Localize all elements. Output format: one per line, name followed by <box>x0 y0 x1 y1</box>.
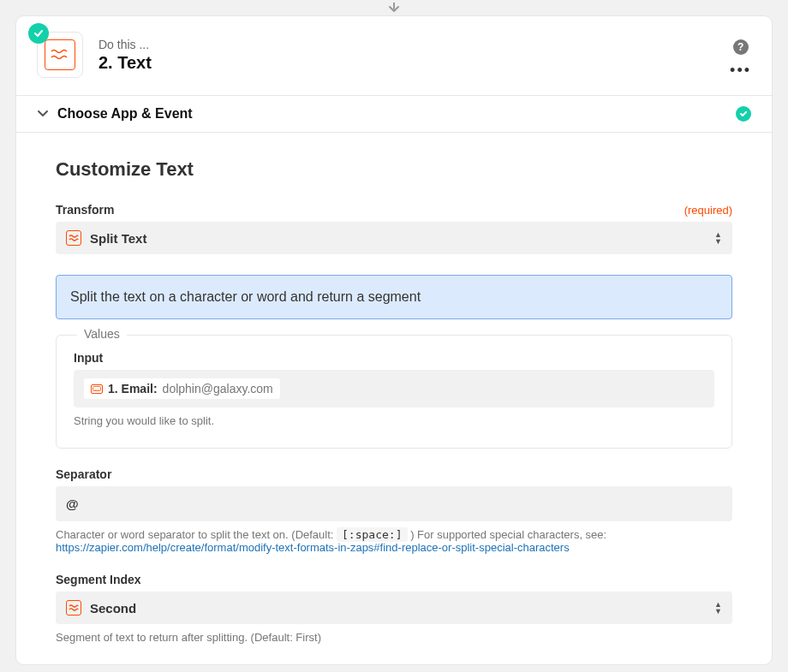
step-status-badge <box>28 23 49 44</box>
segment-index-label: Segment Index <box>56 573 732 586</box>
input-pill-value: dolphin@galaxy.com <box>163 382 273 395</box>
section-choose-app-event[interactable]: Choose App & Event <box>16 95 772 133</box>
separator-help-link[interactable]: https://zapier.com/help/create/format/mo… <box>56 541 570 554</box>
input-pill-label: 1. Email: <box>108 382 158 395</box>
customize-heading: Customize Text <box>56 158 732 181</box>
separator-label: Separator <box>56 467 732 481</box>
sort-caret-icon: ▲▼ <box>714 231 722 245</box>
section-status-icon <box>736 106 751 122</box>
svg-text:</>: </> <box>94 388 99 391</box>
step-header: Do this ... 2. Text ? ••• <box>16 16 772 95</box>
section-title: Choose App & Event <box>57 106 193 122</box>
separator-helper: Character or word separator to split the… <box>56 528 732 554</box>
sort-caret-icon: ▲▼ <box>714 601 722 615</box>
transform-label: Transform <box>56 203 114 217</box>
formatter-icon <box>66 600 81 616</box>
segment-index-value: Second <box>90 601 136 616</box>
separator-input[interactable]: @ <box>56 486 732 521</box>
formatter-icon <box>66 230 81 246</box>
step-title: 2. Text <box>98 53 152 73</box>
transform-value: Split Text <box>90 231 146 246</box>
values-fieldset: Values Input </> 1. Email: dolphin@galax… <box>56 335 732 449</box>
separator-default-code: [:space:] <box>337 527 407 542</box>
input-field[interactable]: </> 1. Email: dolphin@galaxy.com <box>74 370 714 407</box>
step-subtitle: Do this ... <box>98 38 152 51</box>
segment-index-select[interactable]: Second ▲▼ <box>56 592 732 624</box>
source-icon: </> <box>91 384 103 394</box>
input-pill[interactable]: </> 1. Email: dolphin@galaxy.com <box>84 378 280 399</box>
input-label: Input <box>74 351 714 365</box>
formatter-icon <box>45 39 75 70</box>
chevron-down-icon <box>37 106 49 122</box>
flow-arrow-icon <box>0 0 788 15</box>
help-icon[interactable]: ? <box>733 39 749 55</box>
values-legend: Values <box>77 327 127 341</box>
transform-select[interactable]: Split Text ▲▼ <box>56 222 732 254</box>
input-helper: String you would like to split. <box>74 414 714 427</box>
transform-required: (required) <box>684 204 732 217</box>
segment-index-helper: Segment of text to return after splittin… <box>56 631 732 644</box>
transform-description: Split the text on a character or word an… <box>56 275 732 319</box>
step-card: Do this ... 2. Text ? ••• Choose App & E… <box>15 15 773 665</box>
